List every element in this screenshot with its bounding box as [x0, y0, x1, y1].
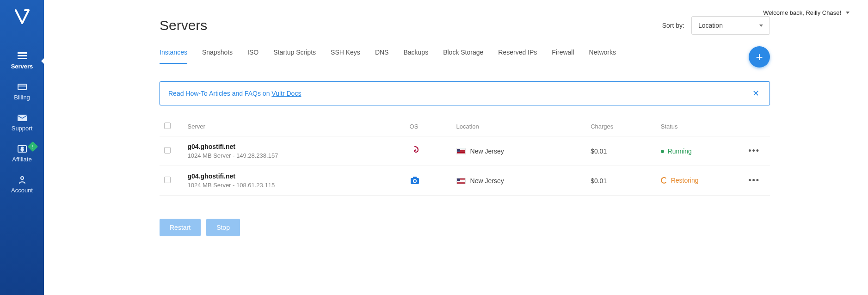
tab-firewall[interactable]: Firewall — [552, 49, 574, 64]
server-name: g04.ghostifi.net — [188, 172, 400, 180]
status-running: Running — [661, 148, 692, 155]
row-checkbox[interactable] — [164, 147, 171, 154]
tab-reserved-ips[interactable]: Reserved IPs — [498, 49, 537, 64]
servers-icon — [17, 52, 27, 60]
os-icon — [410, 175, 420, 185]
sidebar-item-label: Account — [11, 187, 33, 194]
tab-startup-scripts[interactable]: Startup Scripts — [273, 49, 316, 64]
sort-select[interactable]: Location — [691, 16, 770, 35]
col-os: OS — [405, 117, 452, 136]
banner-text: Read How-To Articles and FAQs on Vultr D… — [168, 90, 301, 97]
support-icon — [17, 114, 27, 122]
svg-rect-10 — [413, 177, 417, 178]
info-banner: Read How-To Articles and FAQs on Vultr D… — [160, 81, 770, 105]
account-icon — [17, 176, 27, 184]
flag-us-icon — [456, 148, 466, 154]
svg-point-12 — [413, 180, 415, 182]
sidebar-item-label: Billing — [14, 94, 30, 101]
svg-rect-2 — [18, 58, 27, 59]
restart-button[interactable]: Restart — [160, 219, 201, 236]
user-menu-caret[interactable] — [846, 12, 850, 14]
tab-ssh-keys[interactable]: SSH Keys — [331, 49, 360, 64]
row-checkbox[interactable] — [164, 177, 171, 183]
row-actions-menu[interactable]: ••• — [748, 146, 760, 156]
spinner-icon — [661, 177, 667, 184]
table-row[interactable]: g04.ghostifi.net1024 MB Server - 149.28.… — [160, 136, 770, 166]
svg-rect-3 — [18, 84, 26, 90]
affiliate-icon: $ — [17, 145, 27, 153]
svg-rect-0 — [18, 52, 27, 54]
table-row[interactable]: g04.ghostifi.net1024 MB Server - 108.61.… — [160, 166, 770, 196]
billing-icon — [17, 83, 27, 91]
col-charges: Charges — [586, 117, 656, 136]
sidebar-item-support[interactable]: Support — [0, 107, 44, 138]
action-bar: Restart Stop — [160, 219, 770, 236]
sidebar: Servers Billing Support $ Affiliate — [0, 0, 44, 295]
servers-table: Server OS Location Charges Status g04.gh… — [160, 117, 770, 196]
sidebar-item-label: Servers — [11, 63, 33, 70]
tab-iso[interactable]: ISO — [247, 49, 259, 64]
flag-us-icon — [456, 178, 466, 184]
close-icon[interactable]: ✕ — [751, 88, 761, 98]
tab-backups[interactable]: Backups — [403, 49, 428, 64]
svg-rect-1 — [18, 55, 27, 56]
banner-link[interactable]: Vultr Docs — [271, 90, 301, 97]
sort-label: Sort by: — [662, 22, 684, 29]
tab-dns[interactable]: DNS — [375, 49, 389, 64]
sort-wrap: Sort by: Location — [662, 16, 770, 35]
charges: $0.01 — [586, 166, 656, 196]
location-text: New Jersey — [470, 148, 504, 155]
os-icon — [410, 145, 420, 155]
tab-block-storage[interactable]: Block Storage — [443, 49, 483, 64]
server-sub: 1024 MB Server - 108.61.23.115 — [188, 182, 400, 189]
logo — [14, 8, 31, 31]
sort-value: Location — [698, 22, 723, 29]
add-button[interactable]: + — [749, 46, 770, 68]
svg-text:$: $ — [21, 147, 24, 152]
welcome-text: Welcome back, Reilly Chase! — [763, 9, 841, 16]
sidebar-item-account[interactable]: Account — [0, 169, 44, 200]
sidebar-item-label: Support — [12, 125, 33, 132]
status-restoring: Restoring — [661, 177, 699, 184]
sidebar-item-label: Affiliate — [12, 156, 31, 163]
sidebar-item-servers[interactable]: Servers — [0, 45, 44, 76]
chevron-down-icon — [759, 25, 763, 27]
select-all-checkbox[interactable] — [164, 123, 171, 129]
page-title: Servers — [160, 18, 207, 33]
location-text: New Jersey — [470, 177, 504, 184]
svg-point-8 — [21, 177, 24, 179]
tab-instances[interactable]: Instances — [160, 49, 187, 64]
tab-networks[interactable]: Networks — [589, 49, 616, 64]
svg-rect-5 — [18, 115, 27, 121]
tabs: InstancesSnapshotsISOStartup ScriptsSSH … — [160, 49, 616, 65]
col-server: Server — [183, 117, 405, 136]
server-name: g04.ghostifi.net — [188, 143, 400, 150]
stop-button[interactable]: Stop — [206, 219, 240, 236]
main: Welcome back, Reilly Chase! Servers Sort… — [44, 0, 868, 295]
affiliate-alert-badge — [28, 141, 38, 152]
col-location: Location — [452, 117, 586, 136]
server-sub: 1024 MB Server - 149.28.238.157 — [188, 152, 400, 159]
sidebar-item-billing[interactable]: Billing — [0, 76, 44, 107]
charges: $0.01 — [586, 136, 656, 166]
sidebar-item-affiliate[interactable]: $ Affiliate — [0, 138, 44, 169]
col-status: Status — [656, 117, 744, 136]
tab-snapshots[interactable]: Snapshots — [202, 49, 233, 64]
row-actions-menu[interactable]: ••• — [748, 176, 760, 185]
